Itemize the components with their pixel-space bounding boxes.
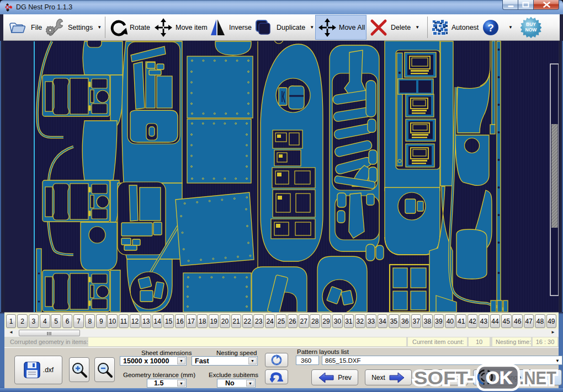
svg-text:NOW: NOW <box>525 27 538 33</box>
svg-text:?: ? <box>487 22 494 34</box>
svg-text:BUY: BUY <box>526 22 536 27</box>
